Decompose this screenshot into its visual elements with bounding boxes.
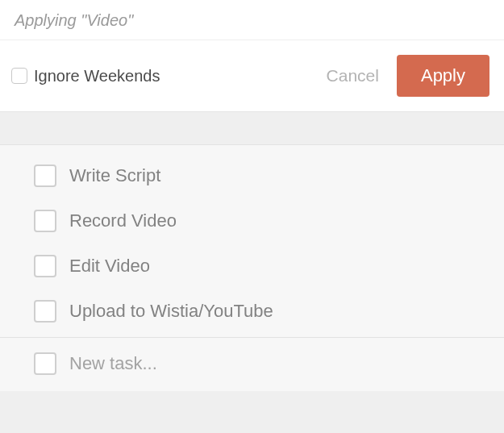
task-label: Upload to Wistia/YouTube (69, 301, 273, 322)
new-task-checkbox[interactable] (34, 352, 56, 375)
ignore-weekends-label: Ignore Weekends (34, 67, 160, 85)
task-list: Write Script Record Video Edit Video Upl… (0, 144, 504, 391)
task-row[interactable]: Upload to Wistia/YouTube (0, 289, 504, 334)
task-label: Edit Video (69, 256, 150, 277)
apply-button[interactable]: Apply (397, 55, 489, 97)
ignore-weekends-checkbox[interactable] (11, 68, 27, 84)
task-checkbox[interactable] (34, 300, 56, 323)
task-checkbox[interactable] (34, 164, 56, 187)
task-checkbox[interactable] (34, 210, 56, 232)
task-row[interactable]: Edit Video (0, 244, 504, 289)
task-label: Write Script (69, 165, 160, 186)
new-task-placeholder: New task... (69, 353, 157, 374)
header: Applying "Video" (0, 0, 504, 40)
new-task-row[interactable]: New task... (0, 337, 504, 391)
task-row[interactable]: Write Script (0, 153, 504, 198)
task-checkbox[interactable] (34, 255, 56, 277)
cancel-button[interactable]: Cancel (327, 66, 379, 85)
applying-title: Applying "Video" (15, 11, 489, 30)
toolbar: Ignore Weekends Cancel Apply (0, 40, 504, 112)
ignore-weekends-option[interactable]: Ignore Weekends (11, 67, 327, 85)
task-label: Record Video (69, 210, 177, 231)
task-row[interactable]: Record Video (0, 198, 504, 244)
task-area: Write Script Record Video Edit Video Upl… (0, 112, 504, 433)
